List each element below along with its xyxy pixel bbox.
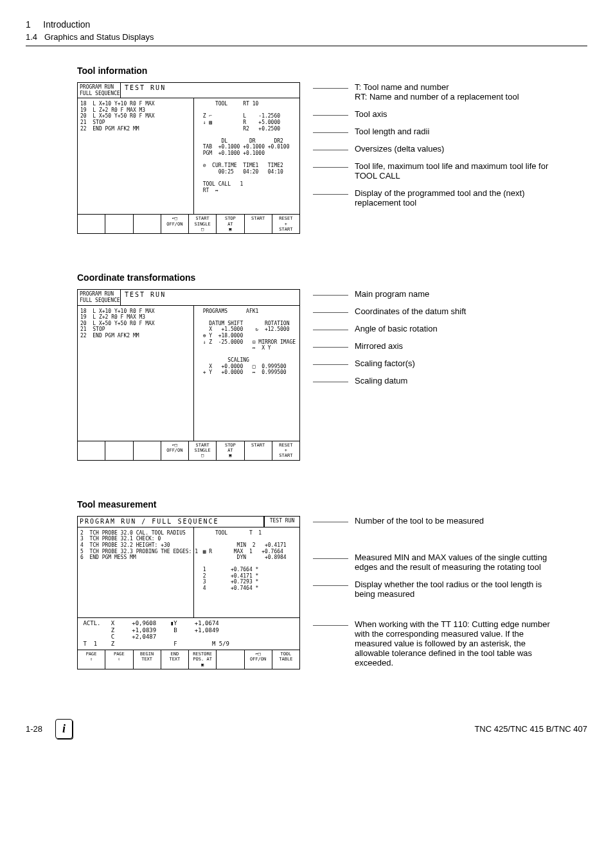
scr3-position-display: ACTL. X +0,9608 ▮Y +1,0674 Z +1,0839 B +… <box>78 617 299 650</box>
softkey-page-down[interactable]: PAGE ⇩ <box>105 650 133 669</box>
softkey[interactable]: STOP AT ▣ <box>217 215 244 233</box>
scr2-softkeys: ⌐□ OFF/ON START SINGLE □ STOP AT ▣ START… <box>78 441 299 460</box>
screenshot-coord-transform: PROGRAM RUN FULL SEQUENCE TEST RUN 18 L … <box>77 289 300 460</box>
scr3-softkeys: PAGE ⇧ PAGE ⇩ BEGIN TEXT END TEXT RESTOR… <box>78 650 299 669</box>
scr2-status-panel: PROGRAMS AFK1 DATUM SHIFT ROTATION X +1.… <box>194 306 299 441</box>
softkey-end-text[interactable]: END TEXT <box>161 650 189 669</box>
section-title: Graphics and Status Displays <box>44 32 154 42</box>
annotation: Coordinates of the datum shift <box>313 306 466 316</box>
info-icon: i <box>55 719 73 739</box>
screenshot-tool-info: PROGRAM RUN FULL SEQUENCE TEST RUN 18 L … <box>77 82 300 234</box>
annotation: Angle of basic rotation <box>313 324 466 333</box>
annotation: Scaling factor(s) <box>313 359 466 368</box>
section3-title: Tool measurement <box>77 499 587 509</box>
section1-figure: PROGRAM RUN FULL SEQUENCE TEST RUN 18 L … <box>77 82 587 234</box>
softkey[interactable] <box>217 650 244 669</box>
scr1-program-listing: 18 L X+10 Y+10 R0 F MAX 19 L Z+2 R0 F MA… <box>78 98 194 214</box>
softkey[interactable] <box>78 441 105 460</box>
softkey-page-up[interactable]: PAGE ⇧ <box>78 650 105 669</box>
scr3-title: PROGRAM RUN / FULL SEQUENCE <box>78 517 264 527</box>
chapter-number: 1 <box>26 19 31 30</box>
softkey-off-on[interactable]: ⌐□ OFF/ON <box>245 650 272 669</box>
annotation: Display whether the tool radius or the t… <box>313 580 557 599</box>
scr1-softkeys: ⌐□ OFF/ON START SINGLE □ STOP AT ▣ START… <box>78 214 299 233</box>
softkey[interactable]: ⌐□ OFF/ON <box>161 215 189 233</box>
chapter-title: Introduction <box>43 19 90 30</box>
section1-annotations: T: Tool name and number RT: Name and num… <box>313 82 557 215</box>
softkey[interactable] <box>105 441 133 460</box>
scr3-status-panel: TOOL T 1 MIN 2 +0.4171 ▦ R MAX 1 +0.7664… <box>194 527 299 617</box>
scr3-mode-label: TEST RUN <box>264 517 299 527</box>
annotation: Mirrored axis <box>313 341 466 351</box>
annotation: T: Tool name and number RT: Name and num… <box>313 82 557 102</box>
section3-figure: PROGRAM RUN / FULL SEQUENCE TEST RUN 2 T… <box>77 516 587 675</box>
softkey[interactable]: RESET + START <box>272 215 299 233</box>
screenshot-tool-measurement: PROGRAM RUN / FULL SEQUENCE TEST RUN 2 T… <box>77 516 300 669</box>
softkey[interactable]: RESET + START <box>272 441 299 460</box>
softkey[interactable] <box>78 215 105 233</box>
softkey-begin-text[interactable]: BEGIN TEXT <box>134 650 161 669</box>
annotation: Display of the programmed tool and the (… <box>313 188 557 208</box>
page-header-sub: 1.4 Graphics and Status Displays <box>26 32 587 46</box>
annotation: Tool axis <box>313 109 557 119</box>
annotation: When working with the TT 110: Cutting ed… <box>313 619 557 668</box>
scr2-title: TEST RUN <box>121 290 170 305</box>
page-footer: 1-28 i TNC 425/TNC 415 B/TNC 407 <box>26 714 587 739</box>
annotation: Oversizes (delta values) <box>313 144 557 154</box>
page-number: 1-28 <box>26 724 42 734</box>
softkey-tool-table[interactable]: TOOL TABLE <box>272 650 299 669</box>
softkey[interactable] <box>134 441 161 460</box>
scr3-program-listing: 2 TCH PROBE 32.0 CAL. TOOL RADIUS 3 TCH … <box>78 527 194 617</box>
scr1-mode-label: PROGRAM RUN FULL SEQUENCE <box>78 83 121 98</box>
section2-figure: PROGRAM RUN FULL SEQUENCE TEST RUN 18 L … <box>77 289 587 460</box>
section2-title: Coordinate transformations <box>77 272 587 283</box>
annotation: Tool life, maximum tool life and maximum… <box>313 161 557 181</box>
softkey[interactable]: START SINGLE □ <box>189 441 217 460</box>
scr2-program-listing: 18 L X+10 Y+10 R0 F MAX 19 L Z+2 R0 F MA… <box>78 306 194 441</box>
scr1-status-panel: TOOL RT 10 Z ⌐ L -1.2560 ↓ ▨ R +5.0000 R… <box>194 98 299 214</box>
softkey[interactable]: ⌐□ OFF/ON <box>161 441 189 460</box>
softkey[interactable]: START <box>245 215 272 233</box>
scr2-mode-label: PROGRAM RUN FULL SEQUENCE <box>78 290 121 305</box>
softkey[interactable]: START SINGLE □ <box>189 215 217 233</box>
softkey[interactable]: STOP AT ▣ <box>217 441 244 460</box>
annotation: Scaling datum <box>313 376 466 385</box>
softkey[interactable] <box>105 215 133 233</box>
section1-title: Tool information <box>77 66 587 76</box>
annotation: Measured MIN and MAX values of the singl… <box>313 553 557 572</box>
scr1-title: TEST RUN <box>121 83 170 98</box>
page-header-top: 1 Introduction <box>26 19 587 32</box>
annotation: Main program name <box>313 289 466 299</box>
annotation: Number of the tool to be measured <box>313 516 557 526</box>
annotation: Tool length and radii <box>313 127 557 136</box>
section-number: 1.4 <box>26 32 37 42</box>
section3-annotations: Number of the tool to be measured Measur… <box>313 516 557 675</box>
model-label: TNC 425/TNC 415 B/TNC 407 <box>474 724 587 734</box>
softkey-restore-pos[interactable]: RESTORE POS. AT ▣ <box>189 650 217 669</box>
section2-annotations: Main program name Coordinates of the dat… <box>313 289 466 393</box>
softkey[interactable]: START <box>245 441 272 460</box>
softkey[interactable] <box>134 215 161 233</box>
